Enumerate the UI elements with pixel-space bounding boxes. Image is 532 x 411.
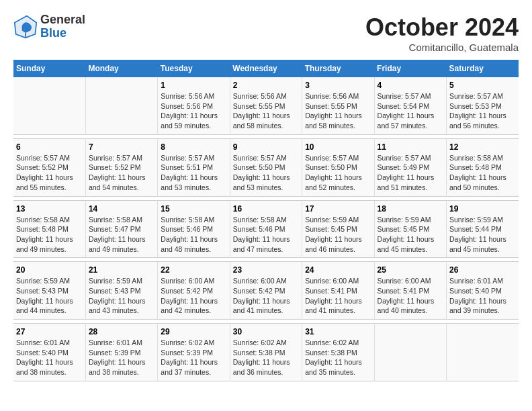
day-info: Sunrise: 6:00 AM Sunset: 5:41 PM Dayligh… — [305, 277, 362, 314]
day-info: Sunrise: 5:56 AM Sunset: 5:55 PM Dayligh… — [233, 92, 290, 130]
calendar-cell: 9Sunrise: 5:57 AM Sunset: 5:50 PM Daylig… — [230, 138, 302, 196]
day-number: 12 — [449, 142, 516, 152]
calendar-table: Sunday Monday Tuesday Wednesday Thursday… — [13, 60, 519, 381]
calendar-cell: 5Sunrise: 5:57 AM Sunset: 5:53 PM Daylig… — [447, 77, 519, 134]
page-header: General Blue October 2024 Comitancillo, … — [13, 13, 519, 53]
calendar-cell — [447, 324, 519, 381]
day-info: Sunrise: 5:59 AM Sunset: 5:43 PM Dayligh… — [89, 277, 146, 314]
day-info: Sunrise: 5:57 AM Sunset: 5:53 PM Dayligh… — [449, 92, 506, 130]
calendar-week-row: 20Sunrise: 5:59 AM Sunset: 5:43 PM Dayli… — [13, 262, 519, 320]
calendar-cell: 28Sunrise: 6:01 AM Sunset: 5:39 PM Dayli… — [85, 324, 157, 381]
day-info: Sunrise: 6:02 AM Sunset: 5:39 PM Dayligh… — [161, 338, 218, 376]
day-info: Sunrise: 5:58 AM Sunset: 5:48 PM Dayligh… — [16, 216, 73, 253]
calendar-cell: 30Sunrise: 6:02 AM Sunset: 5:38 PM Dayli… — [230, 324, 302, 381]
day-number: 7 — [89, 142, 154, 152]
day-info: Sunrise: 6:01 AM Sunset: 5:39 PM Dayligh… — [89, 338, 146, 376]
calendar-cell: 21Sunrise: 5:59 AM Sunset: 5:43 PM Dayli… — [85, 262, 157, 320]
day-info: Sunrise: 6:00 AM Sunset: 5:42 PM Dayligh… — [233, 277, 290, 314]
day-number: 29 — [161, 327, 226, 336]
day-number: 22 — [161, 265, 226, 275]
calendar-cell: 12Sunrise: 5:58 AM Sunset: 5:48 PM Dayli… — [447, 138, 519, 196]
calendar-cell: 31Sunrise: 6:02 AM Sunset: 5:38 PM Dayli… — [302, 324, 374, 381]
day-info: Sunrise: 5:57 AM Sunset: 5:52 PM Dayligh… — [16, 154, 73, 191]
calendar-cell: 6Sunrise: 5:57 AM Sunset: 5:52 PM Daylig… — [13, 138, 85, 196]
calendar-cell: 19Sunrise: 5:59 AM Sunset: 5:44 PM Dayli… — [447, 200, 519, 258]
day-info: Sunrise: 5:57 AM Sunset: 5:54 PM Dayligh… — [378, 92, 435, 130]
day-number: 20 — [16, 265, 83, 275]
calendar-cell: 17Sunrise: 5:59 AM Sunset: 5:45 PM Dayli… — [302, 200, 374, 258]
day-number: 6 — [16, 142, 83, 152]
day-number: 11 — [378, 142, 443, 152]
calendar-header: Sunday Monday Tuesday Wednesday Thursday… — [13, 60, 519, 77]
calendar-week-row: 13Sunrise: 5:58 AM Sunset: 5:48 PM Dayli… — [13, 200, 519, 258]
day-number: 13 — [16, 204, 83, 214]
day-number: 14 — [89, 204, 154, 214]
calendar-cell: 7Sunrise: 5:57 AM Sunset: 5:52 PM Daylig… — [85, 138, 157, 196]
weekday-friday: Friday — [374, 60, 446, 77]
calendar-cell — [374, 324, 446, 381]
weekday-thursday: Thursday — [302, 60, 374, 77]
month-title: October 2024 — [365, 13, 519, 42]
logo-blue: Blue — [40, 27, 85, 40]
calendar-cell — [85, 77, 157, 134]
calendar-cell: 15Sunrise: 5:58 AM Sunset: 5:46 PM Dayli… — [158, 200, 230, 258]
day-info: Sunrise: 6:02 AM Sunset: 5:38 PM Dayligh… — [305, 338, 362, 376]
weekday-row: Sunday Monday Tuesday Wednesday Thursday… — [13, 60, 519, 77]
calendar-week-row: 6Sunrise: 5:57 AM Sunset: 5:52 PM Daylig… — [13, 138, 519, 196]
weekday-wednesday: Wednesday — [230, 60, 302, 77]
calendar-cell: 10Sunrise: 5:57 AM Sunset: 5:50 PM Dayli… — [302, 138, 374, 196]
day-number: 21 — [89, 265, 154, 275]
day-info: Sunrise: 5:58 AM Sunset: 5:46 PM Dayligh… — [233, 216, 290, 253]
day-info: Sunrise: 5:57 AM Sunset: 5:52 PM Dayligh… — [89, 154, 146, 191]
day-info: Sunrise: 6:01 AM Sunset: 5:40 PM Dayligh… — [449, 277, 506, 314]
day-info: Sunrise: 5:57 AM Sunset: 5:50 PM Dayligh… — [233, 154, 290, 191]
day-number: 1 — [161, 81, 226, 90]
calendar-cell: 1Sunrise: 5:56 AM Sunset: 5:56 PM Daylig… — [158, 77, 230, 134]
day-number: 16 — [233, 204, 299, 214]
calendar-week-row: 27Sunrise: 6:01 AM Sunset: 5:40 PM Dayli… — [13, 324, 519, 381]
calendar-cell: 20Sunrise: 5:59 AM Sunset: 5:43 PM Dayli… — [13, 262, 85, 320]
calendar-body: 1Sunrise: 5:56 AM Sunset: 5:56 PM Daylig… — [13, 77, 519, 381]
calendar-cell: 23Sunrise: 6:00 AM Sunset: 5:42 PM Dayli… — [230, 262, 302, 320]
weekday-monday: Monday — [85, 60, 157, 77]
day-number: 24 — [305, 265, 371, 275]
day-number: 9 — [233, 142, 299, 152]
weekday-sunday: Sunday — [13, 60, 85, 77]
day-number: 17 — [305, 204, 371, 214]
calendar-cell: 2Sunrise: 5:56 AM Sunset: 5:55 PM Daylig… — [230, 77, 302, 134]
calendar-cell: 14Sunrise: 5:58 AM Sunset: 5:47 PM Dayli… — [85, 200, 157, 258]
weekday-tuesday: Tuesday — [158, 60, 230, 77]
day-info: Sunrise: 5:57 AM Sunset: 5:51 PM Dayligh… — [161, 154, 218, 191]
calendar-cell: 29Sunrise: 6:02 AM Sunset: 5:39 PM Dayli… — [158, 324, 230, 381]
calendar-cell: 13Sunrise: 5:58 AM Sunset: 5:48 PM Dayli… — [13, 200, 85, 258]
day-info: Sunrise: 5:58 AM Sunset: 5:48 PM Dayligh… — [449, 154, 506, 191]
title-block: October 2024 Comitancillo, Guatemala — [365, 13, 519, 53]
day-info: Sunrise: 6:01 AM Sunset: 5:40 PM Dayligh… — [16, 338, 73, 376]
day-info: Sunrise: 5:58 AM Sunset: 5:47 PM Dayligh… — [89, 216, 146, 253]
day-number: 8 — [161, 142, 226, 152]
calendar-cell: 22Sunrise: 6:00 AM Sunset: 5:42 PM Dayli… — [158, 262, 230, 320]
calendar-cell: 26Sunrise: 6:01 AM Sunset: 5:40 PM Dayli… — [447, 262, 519, 320]
calendar-cell: 18Sunrise: 5:59 AM Sunset: 5:45 PM Dayli… — [374, 200, 446, 258]
day-number: 5 — [449, 81, 516, 90]
day-info: Sunrise: 5:57 AM Sunset: 5:50 PM Dayligh… — [305, 154, 362, 191]
day-info: Sunrise: 6:00 AM Sunset: 5:42 PM Dayligh… — [161, 277, 218, 314]
day-info: Sunrise: 5:56 AM Sunset: 5:55 PM Dayligh… — [305, 92, 362, 130]
day-info: Sunrise: 6:00 AM Sunset: 5:41 PM Dayligh… — [378, 277, 435, 314]
calendar-cell: 8Sunrise: 5:57 AM Sunset: 5:51 PM Daylig… — [158, 138, 230, 196]
day-number: 2 — [233, 81, 299, 90]
calendar-cell: 11Sunrise: 5:57 AM Sunset: 5:49 PM Dayli… — [374, 138, 446, 196]
logo-general: General — [40, 13, 85, 27]
calendar-cell: 16Sunrise: 5:58 AM Sunset: 5:46 PM Dayli… — [230, 200, 302, 258]
logo-text: General Blue — [40, 13, 85, 40]
day-number: 3 — [305, 81, 371, 90]
weekday-saturday: Saturday — [447, 60, 519, 77]
logo-icon — [13, 15, 38, 39]
location: Comitancillo, Guatemala — [365, 42, 519, 53]
day-number: 28 — [89, 327, 154, 336]
day-info: Sunrise: 5:59 AM Sunset: 5:45 PM Dayligh… — [305, 216, 362, 253]
day-number: 4 — [378, 81, 443, 90]
calendar-cell: 3Sunrise: 5:56 AM Sunset: 5:55 PM Daylig… — [302, 77, 374, 134]
day-number: 25 — [378, 265, 443, 275]
day-number: 23 — [233, 265, 299, 275]
